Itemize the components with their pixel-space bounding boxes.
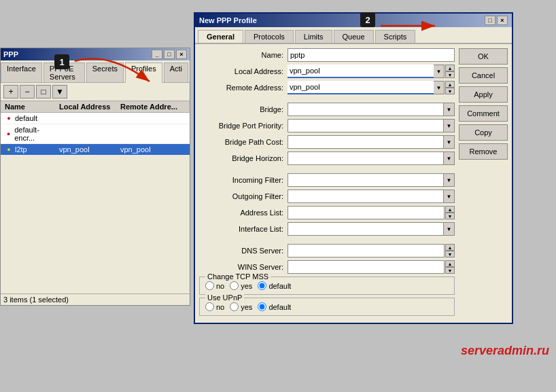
dns-server-scroll-down[interactable]: ▼ [445,251,455,257]
tab-queue[interactable]: Queue [334,30,374,43]
dialog-maximize-button[interactable]: □ [485,16,496,25]
ppp-titlebar: PPP _ □ × [1,48,190,60]
bridge-path-cost-dropdown[interactable]: ▼ [444,135,455,149]
address-list-scroll-up[interactable]: ▲ [445,206,455,213]
row-name: default-encr... [14,126,56,142]
watermark: serveradmin.ru [461,344,549,358]
bridge-wrap: ▼ [288,103,455,116]
comment-button[interactable]: Comment [459,105,508,122]
wins-server-input[interactable] [288,260,445,274]
col-local: Local Address [58,102,119,111]
incoming-filter-input[interactable] [288,173,444,187]
copy-button[interactable]: Copy [459,124,508,141]
ppp-close-button[interactable]: × [176,50,187,59]
bridge-horizon-dropdown[interactable]: ▼ [444,152,455,165]
wins-server-scroll-down[interactable]: ▼ [445,267,455,274]
upnp-radio-group: no yes default [205,301,449,313]
ppp-win-controls[interactable]: _ □ × [152,50,187,59]
table-row[interactable]: ● default-encr... [1,124,190,144]
tcp-mss-no-radio[interactable] [205,281,214,290]
tcp-mss-default[interactable]: default [258,281,291,290]
remote-address-dropdown[interactable]: ▼ [434,81,445,94]
tab-protocols[interactable]: Protocols [245,30,294,43]
row-cell-remote [119,113,180,123]
ppp-status: 3 items (1 selected) [1,293,190,305]
local-address-scroll-down[interactable]: ▼ [445,71,455,78]
cancel-button[interactable]: Cancel [459,67,508,84]
tab-general[interactable]: General [198,30,243,43]
apply-button[interactable]: Apply [459,86,508,103]
upnp-yes-radio[interactable] [230,302,239,311]
dialog-form: Name: Local Address: ▼ ▲ ▼ Remote Addres… [199,48,455,319]
local-address-dropdown[interactable]: ▼ [434,65,445,78]
remove-button[interactable]: − [20,85,35,99]
annotation-label-2: 2 [360,12,375,27]
row-cell-name: ● l2tp [3,145,58,154]
ppp-tab-interface[interactable]: Interface [1,63,42,82]
outgoing-filter-input[interactable] [288,190,444,203]
local-address-input[interactable] [288,65,434,78]
tcp-mss-yes[interactable]: yes [230,281,252,290]
row-icon-l2tp: ● [5,145,13,154]
dialog-close-button[interactable]: × [497,16,508,25]
bridge-port-priority-row: Bridge Port Priority: ▼ [199,119,455,132]
bridge-port-priority-dropdown[interactable]: ▼ [444,119,455,132]
remote-address-scroll: ▲ ▼ [445,81,455,94]
remote-address-scroll-up[interactable]: ▲ [445,81,455,88]
table-row[interactable]: ● default [1,113,190,124]
bridge-dropdown[interactable]: ▼ [444,103,455,116]
wins-server-label: WINS Server: [199,263,288,271]
dialog-win-controls[interactable]: □ × [485,16,508,25]
bridge-horizon-input[interactable] [288,152,444,165]
tab-limits[interactable]: Limits [295,30,332,43]
remote-address-scroll-down[interactable]: ▼ [445,88,455,94]
bridge-horizon-label: Bridge Horizon: [199,154,288,162]
address-list-input[interactable] [288,206,445,219]
outgoing-filter-dropdown[interactable]: ▼ [444,190,455,203]
edit-button[interactable]: □ [36,85,51,99]
remove-button[interactable]: Remove [459,143,508,160]
tcp-mss-default-radio[interactable] [258,281,266,290]
table-row[interactable]: ● l2tp vpn_pool vpn_pool [1,144,190,156]
remote-address-row: Remote Address: ▼ ▲ ▼ [199,81,455,94]
bridge-path-cost-input[interactable] [288,135,444,149]
remote-address-input[interactable] [288,81,434,94]
upnp-default-radio[interactable] [258,302,266,311]
upnp-no[interactable]: no [205,302,224,311]
bridge-port-priority-input[interactable] [288,119,444,132]
interface-list-dropdown[interactable]: ▼ [444,222,455,236]
ppp-tab-acti[interactable]: Acti [164,63,188,82]
tcp-mss-no[interactable]: no [205,281,224,290]
bridge-label: Bridge: [199,105,288,113]
ppp-tab-secrets[interactable]: Secrets [86,63,124,82]
wins-server-scroll-up[interactable]: ▲ [445,260,455,267]
name-input[interactable] [288,48,455,62]
upnp-default[interactable]: default [258,302,291,311]
incoming-filter-dropdown[interactable]: ▼ [444,173,455,187]
upnp-title: Use UPnP [205,293,244,302]
address-list-label: Address List: [199,209,288,217]
address-list-wrap: ▲ ▼ [288,206,455,219]
address-list-scroll-down[interactable]: ▼ [445,213,455,219]
ppp-table: ● default ● default-encr... ● l2tp vpn_p… [1,113,190,156]
dns-server-wrap: ▲ ▼ [288,244,455,257]
add-button[interactable]: + [3,85,18,99]
interface-list-input[interactable] [288,222,444,236]
local-address-scroll-up[interactable]: ▲ [445,65,455,71]
row-cell-name: ● default [3,113,58,123]
ppp-maximize-button[interactable]: □ [164,50,175,59]
upnp-no-radio[interactable] [205,302,214,311]
wins-server-wrap: ▲ ▼ [288,260,455,274]
dns-server-scroll-up[interactable]: ▲ [445,244,455,251]
tab-scripts[interactable]: Scripts [375,30,416,43]
upnp-yes[interactable]: yes [230,302,252,311]
filter-button[interactable]: ▼ [52,85,67,99]
ok-button[interactable]: OK [459,48,508,65]
dns-server-input[interactable] [288,244,445,257]
remote-address-label: Remote Address: [199,84,288,92]
ppp-minimize-button[interactable]: _ [152,50,162,59]
ppp-tab-profiles[interactable]: Profiles [125,63,162,83]
bridge-input[interactable] [288,103,444,116]
tcp-mss-yes-radio[interactable] [230,281,239,290]
col-remote: Remote Addre... [119,102,180,111]
